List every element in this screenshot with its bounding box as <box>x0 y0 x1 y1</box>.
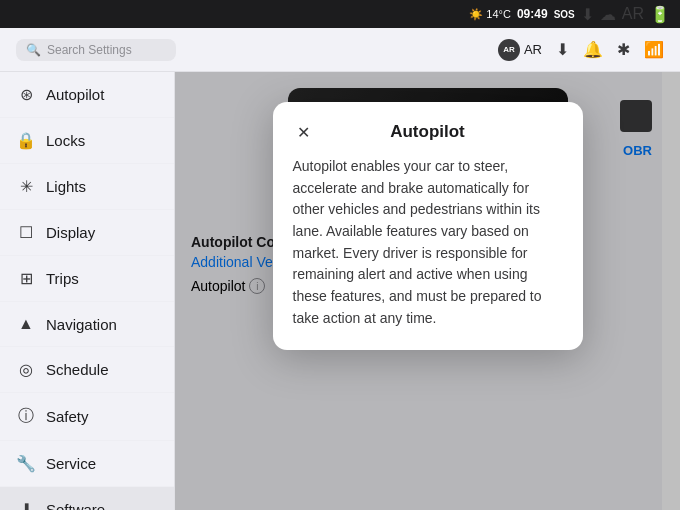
sidebar: ⊛ Autopilot 🔒 Locks ✳ Lights ☐ Display ⊞… <box>0 72 175 510</box>
sun-icon: ☀️ <box>469 8 483 21</box>
main-area: OBR Autopilot Computer: Full self-drivin… <box>175 72 680 510</box>
content-area: ⊛ Autopilot 🔒 Locks ✳ Lights ☐ Display ⊞… <box>0 72 680 510</box>
trips-icon: ⊞ <box>16 269 36 288</box>
time-display: 09:49 <box>517 7 548 21</box>
sidebar-label-software: Software <box>46 501 105 510</box>
sidebar-label-lights: Lights <box>46 178 86 195</box>
sidebar-item-autopilot[interactable]: ⊛ Autopilot <box>0 72 174 118</box>
cloud-icon: ☁ <box>600 5 616 24</box>
sidebar-item-navigation[interactable]: ▲ Navigation <box>0 302 174 347</box>
sidebar-item-trips[interactable]: ⊞ Trips <box>0 256 174 302</box>
sos-indicator: SOS <box>554 9 575 20</box>
bell-icon[interactable]: 🔔 <box>583 40 603 59</box>
status-bar: ☀️ 14°C 09:49 SOS ⬇ ☁ AR 🔋 <box>0 0 680 28</box>
top-bar-left: 🔍 Search Settings <box>16 39 176 61</box>
download-icon-top[interactable]: ⬇ <box>556 40 569 59</box>
download-icon: ⬇ <box>581 5 594 24</box>
autopilot-icon: ⊛ <box>16 85 36 104</box>
ar-avatar: AR <box>498 39 520 61</box>
region-label: AR <box>622 5 644 23</box>
sidebar-label-display: Display <box>46 224 95 241</box>
battery-icon: 🔋 <box>650 5 670 24</box>
weather-display: ☀️ 14°C <box>469 8 511 21</box>
lock-icon: 🔒 <box>16 131 36 150</box>
sidebar-item-lights[interactable]: ✳ Lights <box>0 164 174 210</box>
service-icon: 🔧 <box>16 454 36 473</box>
modal-title: Autopilot <box>390 122 465 142</box>
safety-icon: ⓘ <box>16 406 36 427</box>
sidebar-item-display[interactable]: ☐ Display <box>0 210 174 256</box>
sidebar-item-safety[interactable]: ⓘ Safety <box>0 393 174 441</box>
lights-icon: ✳ <box>16 177 36 196</box>
bluetooth-icon[interactable]: ✱ <box>617 40 630 59</box>
sidebar-item-locks[interactable]: 🔒 Locks <box>0 118 174 164</box>
search-placeholder: Search Settings <box>47 43 132 57</box>
sidebar-label-schedule: Schedule <box>46 361 109 378</box>
navigation-icon: ▲ <box>16 315 36 333</box>
search-box[interactable]: 🔍 Search Settings <box>16 39 176 61</box>
sidebar-label-autopilot: Autopilot <box>46 86 104 103</box>
ar-label: AR <box>524 42 542 57</box>
app-container: 🔍 Search Settings AR AR ⬇ 🔔 ✱ 📶 ⊛ Autopi… <box>0 28 680 510</box>
top-bar-right: AR AR ⬇ 🔔 ✱ 📶 <box>498 39 664 61</box>
sidebar-item-software[interactable]: ⬇ Software <box>0 487 174 510</box>
ar-badge: AR AR <box>498 39 542 61</box>
sidebar-item-service[interactable]: 🔧 Service <box>0 441 174 487</box>
signal-icon: 📶 <box>644 40 664 59</box>
sidebar-item-schedule[interactable]: ◎ Schedule <box>0 347 174 393</box>
sidebar-label-navigation: Navigation <box>46 316 117 333</box>
sidebar-label-service: Service <box>46 455 96 472</box>
search-icon: 🔍 <box>26 43 41 57</box>
modal-overlay[interactable]: ✕ Autopilot Autopilot enables your car t… <box>175 72 680 510</box>
modal-close-button[interactable]: ✕ <box>293 121 315 143</box>
software-icon: ⬇ <box>16 500 36 510</box>
sidebar-label-locks: Locks <box>46 132 85 149</box>
top-bar: 🔍 Search Settings AR AR ⬇ 🔔 ✱ 📶 <box>0 28 680 72</box>
autopilot-modal: ✕ Autopilot Autopilot enables your car t… <box>273 102 583 350</box>
modal-header: ✕ Autopilot <box>293 122 563 142</box>
schedule-icon: ◎ <box>16 360 36 379</box>
display-icon: ☐ <box>16 223 36 242</box>
sidebar-label-trips: Trips <box>46 270 79 287</box>
sidebar-label-safety: Safety <box>46 408 89 425</box>
modal-body: Autopilot enables your car to steer, acc… <box>293 156 563 330</box>
